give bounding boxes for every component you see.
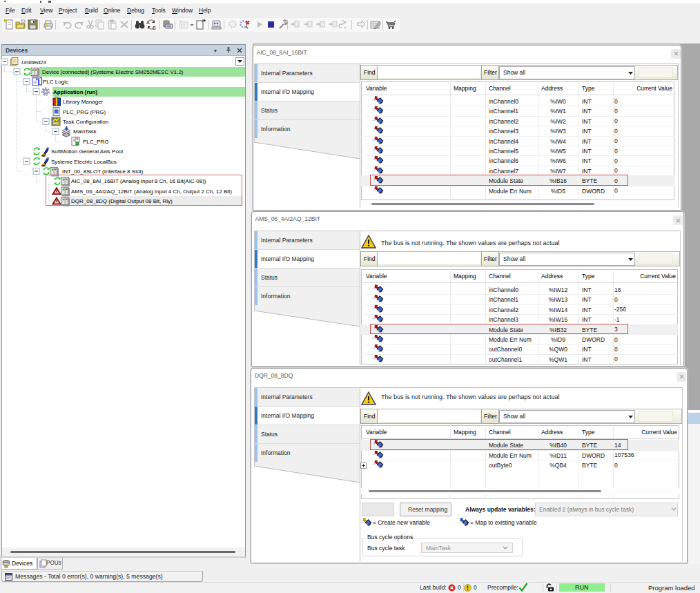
svg-text:A: A (146, 20, 150, 25)
svg-text:B: B (153, 26, 156, 30)
